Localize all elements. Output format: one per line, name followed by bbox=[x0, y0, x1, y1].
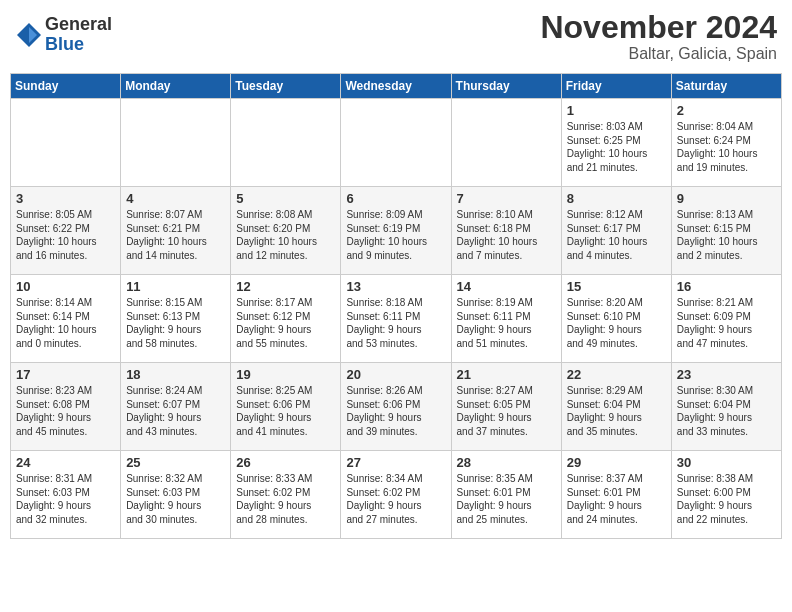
cell-info: Sunrise: 8:05 AM Sunset: 6:22 PM Dayligh… bbox=[16, 208, 115, 262]
calendar-cell: 22Sunrise: 8:29 AM Sunset: 6:04 PM Dayli… bbox=[561, 363, 671, 451]
day-number: 18 bbox=[126, 367, 225, 382]
day-number: 2 bbox=[677, 103, 776, 118]
day-number: 24 bbox=[16, 455, 115, 470]
calendar-cell: 25Sunrise: 8:32 AM Sunset: 6:03 PM Dayli… bbox=[121, 451, 231, 539]
cell-info: Sunrise: 8:25 AM Sunset: 6:06 PM Dayligh… bbox=[236, 384, 335, 438]
calendar-cell: 10Sunrise: 8:14 AM Sunset: 6:14 PM Dayli… bbox=[11, 275, 121, 363]
day-number: 29 bbox=[567, 455, 666, 470]
calendar-week-3: 10Sunrise: 8:14 AM Sunset: 6:14 PM Dayli… bbox=[11, 275, 782, 363]
day-number: 13 bbox=[346, 279, 445, 294]
logo-text: General Blue bbox=[45, 15, 112, 55]
calendar-cell: 5Sunrise: 8:08 AM Sunset: 6:20 PM Daylig… bbox=[231, 187, 341, 275]
cell-info: Sunrise: 8:17 AM Sunset: 6:12 PM Dayligh… bbox=[236, 296, 335, 350]
cell-info: Sunrise: 8:19 AM Sunset: 6:11 PM Dayligh… bbox=[457, 296, 556, 350]
day-number: 21 bbox=[457, 367, 556, 382]
calendar-week-1: 1Sunrise: 8:03 AM Sunset: 6:25 PM Daylig… bbox=[11, 99, 782, 187]
day-number: 17 bbox=[16, 367, 115, 382]
calendar-cell: 11Sunrise: 8:15 AM Sunset: 6:13 PM Dayli… bbox=[121, 275, 231, 363]
calendar-cell: 7Sunrise: 8:10 AM Sunset: 6:18 PM Daylig… bbox=[451, 187, 561, 275]
cell-info: Sunrise: 8:08 AM Sunset: 6:20 PM Dayligh… bbox=[236, 208, 335, 262]
day-number: 4 bbox=[126, 191, 225, 206]
calendar-cell: 21Sunrise: 8:27 AM Sunset: 6:05 PM Dayli… bbox=[451, 363, 561, 451]
calendar-cell: 16Sunrise: 8:21 AM Sunset: 6:09 PM Dayli… bbox=[671, 275, 781, 363]
calendar-week-4: 17Sunrise: 8:23 AM Sunset: 6:08 PM Dayli… bbox=[11, 363, 782, 451]
calendar-cell: 30Sunrise: 8:38 AM Sunset: 6:00 PM Dayli… bbox=[671, 451, 781, 539]
cell-info: Sunrise: 8:35 AM Sunset: 6:01 PM Dayligh… bbox=[457, 472, 556, 526]
logo: General Blue bbox=[15, 15, 112, 55]
calendar-cell: 17Sunrise: 8:23 AM Sunset: 6:08 PM Dayli… bbox=[11, 363, 121, 451]
calendar-cell: 23Sunrise: 8:30 AM Sunset: 6:04 PM Dayli… bbox=[671, 363, 781, 451]
day-number: 5 bbox=[236, 191, 335, 206]
cell-info: Sunrise: 8:32 AM Sunset: 6:03 PM Dayligh… bbox=[126, 472, 225, 526]
calendar-cell bbox=[341, 99, 451, 187]
cell-info: Sunrise: 8:27 AM Sunset: 6:05 PM Dayligh… bbox=[457, 384, 556, 438]
cell-info: Sunrise: 8:20 AM Sunset: 6:10 PM Dayligh… bbox=[567, 296, 666, 350]
weekday-header-friday: Friday bbox=[561, 74, 671, 99]
calendar-cell: 24Sunrise: 8:31 AM Sunset: 6:03 PM Dayli… bbox=[11, 451, 121, 539]
cell-info: Sunrise: 8:18 AM Sunset: 6:11 PM Dayligh… bbox=[346, 296, 445, 350]
calendar-cell bbox=[11, 99, 121, 187]
day-number: 26 bbox=[236, 455, 335, 470]
day-number: 11 bbox=[126, 279, 225, 294]
day-number: 10 bbox=[16, 279, 115, 294]
cell-info: Sunrise: 8:37 AM Sunset: 6:01 PM Dayligh… bbox=[567, 472, 666, 526]
calendar-cell: 20Sunrise: 8:26 AM Sunset: 6:06 PM Dayli… bbox=[341, 363, 451, 451]
weekday-header-sunday: Sunday bbox=[11, 74, 121, 99]
weekday-header-wednesday: Wednesday bbox=[341, 74, 451, 99]
calendar-cell bbox=[231, 99, 341, 187]
calendar-cell bbox=[121, 99, 231, 187]
cell-info: Sunrise: 8:31 AM Sunset: 6:03 PM Dayligh… bbox=[16, 472, 115, 526]
calendar-cell: 8Sunrise: 8:12 AM Sunset: 6:17 PM Daylig… bbox=[561, 187, 671, 275]
cell-info: Sunrise: 8:21 AM Sunset: 6:09 PM Dayligh… bbox=[677, 296, 776, 350]
weekday-header-tuesday: Tuesday bbox=[231, 74, 341, 99]
day-number: 20 bbox=[346, 367, 445, 382]
location: Baltar, Galicia, Spain bbox=[540, 45, 777, 63]
calendar-cell: 27Sunrise: 8:34 AM Sunset: 6:02 PM Dayli… bbox=[341, 451, 451, 539]
cell-info: Sunrise: 8:26 AM Sunset: 6:06 PM Dayligh… bbox=[346, 384, 445, 438]
calendar-cell: 3Sunrise: 8:05 AM Sunset: 6:22 PM Daylig… bbox=[11, 187, 121, 275]
day-number: 19 bbox=[236, 367, 335, 382]
weekday-header-saturday: Saturday bbox=[671, 74, 781, 99]
day-number: 27 bbox=[346, 455, 445, 470]
day-number: 6 bbox=[346, 191, 445, 206]
day-number: 15 bbox=[567, 279, 666, 294]
calendar-table: SundayMondayTuesdayWednesdayThursdayFrid… bbox=[10, 73, 782, 539]
cell-info: Sunrise: 8:24 AM Sunset: 6:07 PM Dayligh… bbox=[126, 384, 225, 438]
cell-info: Sunrise: 8:33 AM Sunset: 6:02 PM Dayligh… bbox=[236, 472, 335, 526]
day-number: 8 bbox=[567, 191, 666, 206]
title-area: November 2024 Baltar, Galicia, Spain bbox=[540, 10, 777, 63]
calendar-cell: 28Sunrise: 8:35 AM Sunset: 6:01 PM Dayli… bbox=[451, 451, 561, 539]
day-number: 22 bbox=[567, 367, 666, 382]
day-number: 16 bbox=[677, 279, 776, 294]
page-header: General Blue November 2024 Baltar, Galic… bbox=[10, 10, 782, 63]
day-number: 9 bbox=[677, 191, 776, 206]
day-number: 3 bbox=[16, 191, 115, 206]
calendar-cell: 29Sunrise: 8:37 AM Sunset: 6:01 PM Dayli… bbox=[561, 451, 671, 539]
cell-info: Sunrise: 8:15 AM Sunset: 6:13 PM Dayligh… bbox=[126, 296, 225, 350]
calendar-cell bbox=[451, 99, 561, 187]
cell-info: Sunrise: 8:13 AM Sunset: 6:15 PM Dayligh… bbox=[677, 208, 776, 262]
calendar-cell: 14Sunrise: 8:19 AM Sunset: 6:11 PM Dayli… bbox=[451, 275, 561, 363]
cell-info: Sunrise: 8:10 AM Sunset: 6:18 PM Dayligh… bbox=[457, 208, 556, 262]
weekday-header-thursday: Thursday bbox=[451, 74, 561, 99]
calendar-cell: 1Sunrise: 8:03 AM Sunset: 6:25 PM Daylig… bbox=[561, 99, 671, 187]
cell-info: Sunrise: 8:07 AM Sunset: 6:21 PM Dayligh… bbox=[126, 208, 225, 262]
day-number: 7 bbox=[457, 191, 556, 206]
calendar-cell: 13Sunrise: 8:18 AM Sunset: 6:11 PM Dayli… bbox=[341, 275, 451, 363]
month-title: November 2024 bbox=[540, 10, 777, 45]
cell-info: Sunrise: 8:34 AM Sunset: 6:02 PM Dayligh… bbox=[346, 472, 445, 526]
calendar-cell: 4Sunrise: 8:07 AM Sunset: 6:21 PM Daylig… bbox=[121, 187, 231, 275]
calendar-week-5: 24Sunrise: 8:31 AM Sunset: 6:03 PM Dayli… bbox=[11, 451, 782, 539]
day-number: 28 bbox=[457, 455, 556, 470]
calendar-cell: 6Sunrise: 8:09 AM Sunset: 6:19 PM Daylig… bbox=[341, 187, 451, 275]
cell-info: Sunrise: 8:23 AM Sunset: 6:08 PM Dayligh… bbox=[16, 384, 115, 438]
day-number: 14 bbox=[457, 279, 556, 294]
calendar-cell: 18Sunrise: 8:24 AM Sunset: 6:07 PM Dayli… bbox=[121, 363, 231, 451]
cell-info: Sunrise: 8:14 AM Sunset: 6:14 PM Dayligh… bbox=[16, 296, 115, 350]
cell-info: Sunrise: 8:03 AM Sunset: 6:25 PM Dayligh… bbox=[567, 120, 666, 174]
cell-info: Sunrise: 8:04 AM Sunset: 6:24 PM Dayligh… bbox=[677, 120, 776, 174]
calendar-cell: 19Sunrise: 8:25 AM Sunset: 6:06 PM Dayli… bbox=[231, 363, 341, 451]
cell-info: Sunrise: 8:12 AM Sunset: 6:17 PM Dayligh… bbox=[567, 208, 666, 262]
calendar-week-2: 3Sunrise: 8:05 AM Sunset: 6:22 PM Daylig… bbox=[11, 187, 782, 275]
day-number: 12 bbox=[236, 279, 335, 294]
